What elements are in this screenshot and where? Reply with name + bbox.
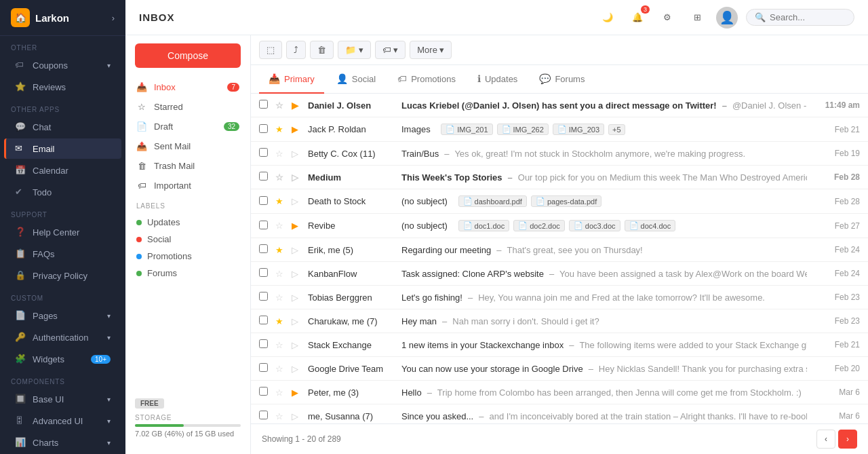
important-marker[interactable]: ▶: [292, 100, 302, 111]
row-checkbox[interactable]: [259, 196, 270, 207]
label-updates[interactable]: Updates: [136, 214, 239, 231]
star-button[interactable]: ★: [275, 316, 286, 326]
delete-button[interactable]: 🗑: [310, 41, 334, 59]
row-checkbox[interactable]: [259, 411, 270, 421]
tab-social[interactable]: 👤 Social: [327, 65, 385, 94]
tab-forums[interactable]: 💬 Forums: [530, 65, 594, 94]
important-marker[interactable]: ▷: [292, 292, 302, 303]
compose-button[interactable]: Compose: [135, 43, 241, 68]
table-row[interactable]: ☆ ▷ Betty C. Cox (11) Train/Bus – Yes ok…: [251, 142, 868, 166]
important-marker[interactable]: ▷: [292, 196, 302, 206]
star-button[interactable]: ☆: [275, 292, 286, 303]
table-row[interactable]: ☆ ▷ Tobias Berggren Let's go fishing! – …: [251, 286, 868, 309]
star-button[interactable]: ☆: [275, 149, 286, 159]
sidebar-item-coupons[interactable]: 🏷 Coupons ▾: [4, 55, 121, 75]
nav-item-trash[interactable]: 🗑 Trash Mail: [125, 156, 250, 176]
star-button[interactable]: ☆: [275, 364, 286, 374]
label-promotions[interactable]: Promotions: [136, 248, 239, 265]
more-button[interactable]: More ▾: [410, 41, 452, 59]
prev-page-button[interactable]: ‹: [816, 430, 835, 449]
tag-button[interactable]: 🏷 ▾: [375, 41, 406, 59]
sidebar-item-privacy[interactable]: 🔒 Privacy Policy: [4, 265, 121, 286]
sidebar-item-todo[interactable]: ✔ Todo: [4, 182, 121, 202]
sidebar-item-widgets[interactable]: 🧩 Widgets 10+: [4, 349, 121, 369]
important-marker[interactable]: ▶: [292, 387, 302, 398]
important-marker[interactable]: ▷: [292, 411, 302, 421]
row-checkbox[interactable]: [259, 221, 270, 231]
nav-item-inbox[interactable]: 📥 Inbox 7: [125, 77, 250, 97]
search-input[interactable]: [770, 12, 846, 22]
tab-updates[interactable]: ℹ Updates: [468, 65, 527, 94]
star-button[interactable]: ☆: [275, 387, 286, 398]
row-checkbox[interactable]: [259, 339, 270, 350]
table-row[interactable]: ☆ ▷ Stack Exchange 1 new items in your S…: [251, 333, 868, 357]
label-social[interactable]: Social: [136, 231, 239, 248]
row-checkbox[interactable]: [259, 316, 270, 326]
star-button[interactable]: ☆: [275, 172, 286, 183]
table-row[interactable]: ☆ ▶ Peter, me (3) Hello – Trip home from…: [251, 381, 868, 404]
tab-primary[interactable]: 📥 Primary: [259, 65, 324, 94]
notifications-button[interactable]: 🔔 3: [627, 7, 648, 29]
table-row[interactable]: ☆ ▶ Daniel J. Olsen Lucas Kriebel (@Dani…: [251, 94, 868, 117]
sidebar-item-faqs[interactable]: 📋 FAQs: [4, 244, 121, 264]
star-button[interactable]: ☆: [275, 340, 286, 350]
sidebar-item-authentication[interactable]: 🔑 Authentication ▾: [4, 327, 121, 347]
star-button[interactable]: ☆: [275, 411, 286, 421]
row-checkbox[interactable]: [259, 100, 270, 111]
important-marker[interactable]: ▷: [292, 245, 302, 255]
table-row[interactable]: ★ ▷ Death to Stock (no subject) 📄dashboa…: [251, 189, 868, 214]
star-button[interactable]: ★: [275, 245, 286, 255]
table-row[interactable]: ★ ▷ Charukaw, me (7) Hey man – Nah man s…: [251, 309, 868, 333]
important-marker[interactable]: ▷: [292, 269, 302, 279]
table-row[interactable]: ★ ▷ Erik, me (5) Regarding our meeting –…: [251, 238, 868, 262]
table-row[interactable]: ★ ▶ Jack P. Roldan Images 📄IMG_201 📄IMG_…: [251, 117, 868, 142]
important-marker[interactable]: ▶: [292, 124, 302, 134]
nav-item-draft[interactable]: 📄 Draft 32: [125, 117, 250, 136]
sidebar-item-reviews[interactable]: ⭐ Reviews: [4, 77, 121, 97]
table-row[interactable]: ☆ ▷ Medium This Week's Top Stories – Our…: [251, 166, 868, 189]
star-button[interactable]: ★: [275, 196, 286, 206]
important-marker[interactable]: ▷: [292, 364, 302, 374]
archive-button[interactable]: ⬚: [259, 41, 282, 59]
nav-item-starred[interactable]: ☆ Starred: [125, 97, 250, 117]
row-checkbox[interactable]: [259, 363, 270, 374]
important-marker[interactable]: ▷: [292, 316, 302, 326]
sidebar-item-email[interactable]: ✉ Email: [4, 138, 121, 159]
theme-toggle-button[interactable]: 🌙: [597, 7, 618, 29]
important-marker[interactable]: ▷: [292, 149, 302, 159]
star-button[interactable]: ☆: [275, 269, 286, 279]
search-box[interactable]: 🔍: [746, 9, 854, 26]
star-button[interactable]: ☆: [275, 221, 286, 231]
important-marker[interactable]: ▷: [292, 340, 302, 350]
row-checkbox[interactable]: [259, 124, 270, 135]
row-checkbox[interactable]: [259, 292, 270, 303]
table-row[interactable]: ☆ ▶ Revibe (no subject) 📄doc1.doc 📄doc2.…: [251, 214, 868, 238]
sidebar-item-base-ui[interactable]: 🔲 Base UI ▾: [4, 389, 121, 409]
sidebar-item-advanced-ui[interactable]: 🎛 Advanced UI ▾: [4, 411, 121, 431]
sidebar-collapse-arrow[interactable]: ›: [112, 13, 115, 23]
next-page-button[interactable]: ›: [838, 430, 857, 449]
folder-button[interactable]: 📁 ▾: [338, 41, 371, 59]
table-row[interactable]: ☆ ▷ me, Susanna (7) Since you asked... –…: [251, 404, 868, 423]
user-avatar[interactable]: 👤: [716, 7, 738, 29]
tab-promotions[interactable]: 🏷 Promotions: [388, 65, 465, 94]
table-row[interactable]: ☆ ▷ KanbanFlow Task assigned: Clone ARP'…: [251, 262, 868, 286]
sidebar-item-calendar[interactable]: 📅 Calendar: [4, 160, 121, 181]
row-checkbox[interactable]: [259, 387, 270, 398]
label-forums[interactable]: Forums: [136, 265, 239, 282]
important-marker[interactable]: ▷: [292, 172, 302, 183]
sidebar-item-pages[interactable]: 📄 Pages ▾: [4, 305, 121, 326]
row-checkbox[interactable]: [259, 172, 270, 183]
move-button[interactable]: ⤴: [286, 41, 306, 59]
star-button[interactable]: ★: [275, 124, 286, 134]
star-button[interactable]: ☆: [275, 100, 286, 111]
row-checkbox[interactable]: [259, 268, 270, 279]
sidebar-item-charts[interactable]: 📊 Charts ▾: [4, 432, 121, 453]
row-checkbox[interactable]: [259, 148, 270, 159]
grid-button[interactable]: ⊞: [686, 7, 708, 29]
settings-button[interactable]: ⚙: [656, 7, 678, 29]
nav-item-sent[interactable]: 📤 Sent Mail: [125, 136, 250, 156]
table-row[interactable]: ☆ ▷ Google Drive Team You can now use yo…: [251, 357, 868, 381]
row-checkbox[interactable]: [259, 244, 270, 255]
sidebar-item-chat[interactable]: 💬 Chat: [4, 117, 121, 137]
